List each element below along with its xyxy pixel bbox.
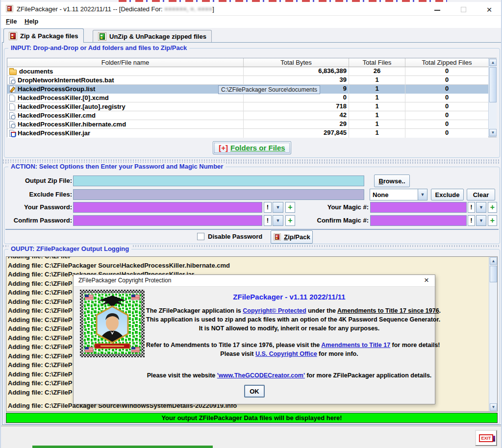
confirm-password-bang-button[interactable]: ! (264, 215, 272, 226)
zip-pack-button[interactable]: Zip/Pack (271, 230, 313, 244)
dialog-close-icon[interactable]: × (424, 275, 429, 285)
table-scrollbar-thumb[interactable] (489, 67, 497, 102)
output-zip-file-label: Output Zip File: (4, 177, 72, 184)
total-files: 1 (349, 129, 405, 138)
log-scrollbar-thumb[interactable] (490, 266, 497, 282)
script-file-icon (9, 121, 15, 128)
tab-unzip-unpackage-files[interactable]: UnZip & UnPackage zipped files (93, 30, 212, 43)
ok-button[interactable]: OK (244, 385, 265, 398)
table-scrollbar[interactable]: ▲ ▼ (488, 58, 497, 137)
log-line: Adding file: C:\ZFilePackager Source\Hac… (8, 262, 230, 269)
confirm-magic-input[interactable] (370, 215, 467, 226)
tab-zip-package-files[interactable]: Zip & Package files (3, 28, 84, 43)
your-password-label: Your Password: (4, 203, 72, 211)
your-magic-label: Your Magic #: (299, 203, 369, 211)
dialog-paragraph-1-line-2: This application is used to zip and pack… (146, 316, 432, 323)
file-name: HackedProcessKiller.[auto].registry (18, 103, 126, 111)
table-row[interactable]: HackedProcessKiller.jar 297,845 1 0 (7, 129, 488, 138)
confirm-password-input[interactable] (73, 215, 262, 226)
exclude-button[interactable]: Exclude (431, 189, 464, 200)
exclude-files-input[interactable] (73, 189, 364, 200)
column-header-total-zipped-files[interactable]: Total Zipped Files (405, 58, 488, 67)
chevron-down-icon[interactable]: ▼ (418, 189, 427, 200)
panel-splitter[interactable] (3, 159, 500, 161)
your-magic-input[interactable] (370, 202, 467, 213)
gcode-portrait-image (80, 290, 145, 357)
title-bar: ZFilePackager - v1.11 2022/11/11 -- [Ded… (1, 2, 502, 16)
copyright-dialog: ZFilePackager Copyright Protection × (73, 274, 435, 404)
table-row[interactable]: documents 6,836,389 26 0 (7, 67, 488, 76)
file-name: HackedProcessGroup.list (18, 85, 95, 93)
table-row[interactable]: HackedProcessKiller.[0].xcmd 0 1 0 (7, 94, 488, 102)
column-header-total-bytes[interactable]: Total Bytes (244, 58, 349, 67)
confirm-magic-dropdown-icon[interactable]: ▼ (476, 215, 486, 226)
input-panel-title: INPUT: Drop-and-Drop or Add folders and … (8, 44, 189, 51)
table-row[interactable]: DropNetworkInternetRoutes.bat 39 1 0 (7, 76, 488, 85)
us-copyright-office-link[interactable]: U.S. Copyright Office (255, 350, 317, 357)
clear-button[interactable]: Clear (467, 189, 495, 200)
add-folders-or-files-label: Folders or Files (230, 144, 285, 152)
column-header-folder-file-name[interactable]: Folder/File name (7, 58, 244, 67)
password-generate-plus-button[interactable]: + (285, 202, 295, 213)
your-password-input[interactable] (73, 202, 262, 213)
scroll-up-icon[interactable]: ▲ (490, 257, 497, 265)
total-files: 1 (349, 111, 405, 120)
confirm-password-plus-button[interactable]: + (285, 215, 295, 226)
column-header-total-files[interactable]: Total Files (349, 58, 405, 67)
copyright-protected-link[interactable]: Copyright© Protected (243, 307, 306, 314)
maximize-button[interactable] (456, 5, 470, 15)
menu-bar: File Help (1, 16, 502, 28)
menu-file-mnemonic: F (6, 18, 10, 25)
log-line: Adding file: C:\ZFileP (8, 334, 72, 342)
close-button[interactable]: × (482, 5, 496, 15)
total-bytes: 39 (244, 76, 349, 85)
table-row[interactable]: HackedProcessKiller.hibernate.cmd 29 1 0 (7, 120, 488, 129)
exit-label: EXIT (481, 436, 491, 441)
log-line: Adding file: C:\ZFileP (8, 361, 72, 369)
menu-help[interactable]: Help (25, 18, 38, 25)
magic-dropdown-icon[interactable]: ▼ (476, 202, 486, 213)
window-title-redacted-name: ××××××, ×. ×××× (164, 5, 212, 13)
list-file-icon (9, 86, 15, 93)
zip-pack-rest: ip/Pack (288, 233, 310, 241)
app-window: ZFilePackager - v1.11 2022/11/11 -- [Ded… (0, 0, 502, 448)
file-name: documents (19, 68, 53, 75)
file-name: HackedProcessKiller.jar (18, 129, 90, 137)
unzip-tab-journal-icon (98, 32, 106, 41)
table-row[interactable]: HackedProcessKiller.cmd 42 1 0 (7, 111, 488, 120)
confirm-magic-plus-button[interactable]: + (488, 215, 497, 226)
table-row[interactable]: HackedProcessKiller.[auto].registry 718 … (7, 102, 488, 111)
password-dropdown-icon[interactable]: ▼ (273, 202, 283, 213)
log-scrollbar[interactable]: ▲ ▼ (489, 257, 497, 411)
log-line: Adding file: C:\ZFileP (8, 325, 72, 332)
disable-password-checkbox[interactable] (197, 233, 204, 240)
zip-pack-mnemonic: Z (284, 233, 288, 241)
scroll-up-icon[interactable]: ▲ (489, 59, 497, 66)
magic-bang-button[interactable]: ! (468, 202, 475, 213)
confirm-password-dropdown-icon[interactable]: ▼ (273, 215, 283, 226)
dialog-paragraph-2-line-2: Please visit U.S. Copyright Office for m… (146, 350, 432, 357)
exit-button[interactable]: EXIT (475, 430, 497, 446)
log-line: Adding file: C:\ZFileP (8, 307, 72, 314)
log-line: Adding file: C:\ZFileP (8, 389, 72, 396)
add-folders-or-files-button[interactable]: [+] Folders or Files (213, 141, 291, 154)
total-files: 1 (349, 85, 405, 94)
folder-icon (9, 70, 17, 75)
browse-button[interactable]: Browse.. (374, 174, 410, 187)
tab-zip-package-files-label: Zip & Package files (20, 32, 78, 40)
minimize-button[interactable] (430, 5, 444, 15)
window-title-prefix: ZFilePackager - v1.11 2022/11/11 -- [Ded… (17, 5, 164, 13)
menu-file[interactable]: File (6, 18, 17, 25)
exclude-mode-combobox[interactable]: None ▼ (370, 189, 427, 200)
gcodecreator-website-link[interactable]: 'www.TheGCODECreator.com' (217, 372, 305, 379)
total-files: 1 (349, 94, 405, 102)
scroll-down-icon[interactable]: ▼ (489, 129, 497, 136)
amendments-title17-link[interactable]: Amendments to Title 17 (321, 342, 390, 348)
output-zip-file-input[interactable] (73, 175, 364, 186)
confirm-magic-bang-button[interactable]: ! (468, 215, 475, 226)
scroll-down-icon[interactable]: ▼ (490, 403, 497, 411)
magic-generate-plus-button[interactable]: + (488, 202, 497, 213)
password-bang-button[interactable]: ! (264, 202, 272, 213)
tab-unzip-unpackage-files-label: UnZip & UnPackage zipped files (109, 33, 206, 40)
action-separator (5, 229, 499, 230)
